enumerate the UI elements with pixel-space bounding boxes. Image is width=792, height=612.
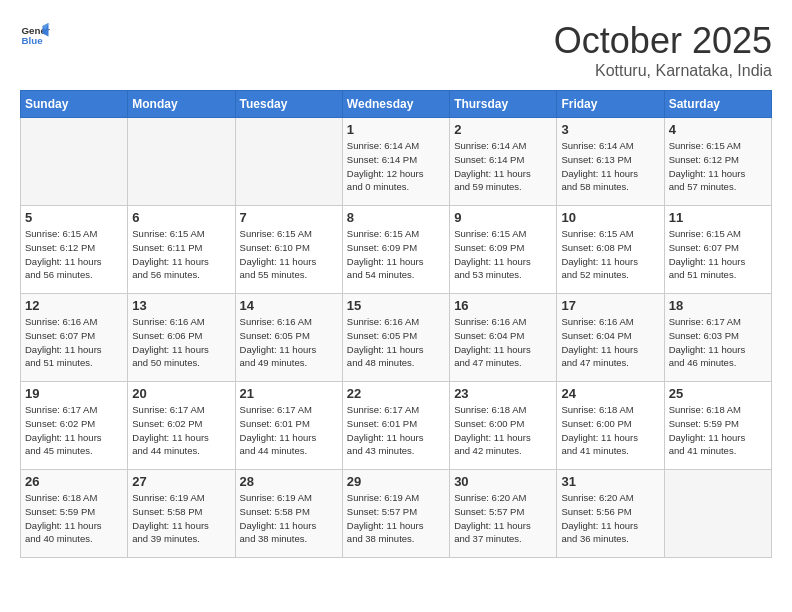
weekday-sunday: Sunday (21, 91, 128, 118)
day-info: Sunrise: 6:16 AM Sunset: 6:04 PM Dayligh… (561, 315, 659, 370)
day-number: 18 (669, 298, 767, 313)
day-number: 22 (347, 386, 445, 401)
day-number: 19 (25, 386, 123, 401)
day-info: Sunrise: 6:18 AM Sunset: 5:59 PM Dayligh… (669, 403, 767, 458)
day-info: Sunrise: 6:15 AM Sunset: 6:08 PM Dayligh… (561, 227, 659, 282)
week-row-4: 19Sunrise: 6:17 AM Sunset: 6:02 PM Dayli… (21, 382, 772, 470)
svg-text:Blue: Blue (22, 35, 44, 46)
calendar-cell: 24Sunrise: 6:18 AM Sunset: 6:00 PM Dayli… (557, 382, 664, 470)
day-number: 17 (561, 298, 659, 313)
calendar-cell: 13Sunrise: 6:16 AM Sunset: 6:06 PM Dayli… (128, 294, 235, 382)
day-info: Sunrise: 6:17 AM Sunset: 6:03 PM Dayligh… (669, 315, 767, 370)
calendar-cell: 17Sunrise: 6:16 AM Sunset: 6:04 PM Dayli… (557, 294, 664, 382)
day-number: 4 (669, 122, 767, 137)
calendar-cell: 23Sunrise: 6:18 AM Sunset: 6:00 PM Dayli… (450, 382, 557, 470)
calendar-cell: 11Sunrise: 6:15 AM Sunset: 6:07 PM Dayli… (664, 206, 771, 294)
calendar-cell: 15Sunrise: 6:16 AM Sunset: 6:05 PM Dayli… (342, 294, 449, 382)
day-number: 31 (561, 474, 659, 489)
weekday-thursday: Thursday (450, 91, 557, 118)
day-info: Sunrise: 6:14 AM Sunset: 6:14 PM Dayligh… (347, 139, 445, 194)
day-number: 14 (240, 298, 338, 313)
day-number: 9 (454, 210, 552, 225)
calendar-cell: 31Sunrise: 6:20 AM Sunset: 5:56 PM Dayli… (557, 470, 664, 558)
calendar-cell: 19Sunrise: 6:17 AM Sunset: 6:02 PM Dayli… (21, 382, 128, 470)
calendar-cell: 28Sunrise: 6:19 AM Sunset: 5:58 PM Dayli… (235, 470, 342, 558)
day-info: Sunrise: 6:15 AM Sunset: 6:07 PM Dayligh… (669, 227, 767, 282)
day-info: Sunrise: 6:15 AM Sunset: 6:12 PM Dayligh… (669, 139, 767, 194)
weekday-saturday: Saturday (664, 91, 771, 118)
calendar-cell: 4Sunrise: 6:15 AM Sunset: 6:12 PM Daylig… (664, 118, 771, 206)
day-info: Sunrise: 6:19 AM Sunset: 5:57 PM Dayligh… (347, 491, 445, 546)
calendar-cell: 12Sunrise: 6:16 AM Sunset: 6:07 PM Dayli… (21, 294, 128, 382)
calendar-cell: 25Sunrise: 6:18 AM Sunset: 5:59 PM Dayli… (664, 382, 771, 470)
day-number: 11 (669, 210, 767, 225)
calendar-cell: 5Sunrise: 6:15 AM Sunset: 6:12 PM Daylig… (21, 206, 128, 294)
day-number: 8 (347, 210, 445, 225)
calendar-cell: 30Sunrise: 6:20 AM Sunset: 5:57 PM Dayli… (450, 470, 557, 558)
day-info: Sunrise: 6:16 AM Sunset: 6:06 PM Dayligh… (132, 315, 230, 370)
day-number: 26 (25, 474, 123, 489)
calendar-cell: 16Sunrise: 6:16 AM Sunset: 6:04 PM Dayli… (450, 294, 557, 382)
day-number: 29 (347, 474, 445, 489)
calendar-cell: 6Sunrise: 6:15 AM Sunset: 6:11 PM Daylig… (128, 206, 235, 294)
day-info: Sunrise: 6:20 AM Sunset: 5:57 PM Dayligh… (454, 491, 552, 546)
day-number: 6 (132, 210, 230, 225)
day-info: Sunrise: 6:17 AM Sunset: 6:02 PM Dayligh… (132, 403, 230, 458)
calendar-cell: 29Sunrise: 6:19 AM Sunset: 5:57 PM Dayli… (342, 470, 449, 558)
day-number: 21 (240, 386, 338, 401)
week-row-5: 26Sunrise: 6:18 AM Sunset: 5:59 PM Dayli… (21, 470, 772, 558)
week-row-2: 5Sunrise: 6:15 AM Sunset: 6:12 PM Daylig… (21, 206, 772, 294)
weekday-wednesday: Wednesday (342, 91, 449, 118)
day-info: Sunrise: 6:15 AM Sunset: 6:10 PM Dayligh… (240, 227, 338, 282)
week-row-1: 1Sunrise: 6:14 AM Sunset: 6:14 PM Daylig… (21, 118, 772, 206)
day-number: 12 (25, 298, 123, 313)
calendar-cell: 18Sunrise: 6:17 AM Sunset: 6:03 PM Dayli… (664, 294, 771, 382)
calendar-cell (664, 470, 771, 558)
weekday-friday: Friday (557, 91, 664, 118)
day-info: Sunrise: 6:15 AM Sunset: 6:11 PM Dayligh… (132, 227, 230, 282)
day-info: Sunrise: 6:20 AM Sunset: 5:56 PM Dayligh… (561, 491, 659, 546)
day-info: Sunrise: 6:18 AM Sunset: 5:59 PM Dayligh… (25, 491, 123, 546)
day-info: Sunrise: 6:16 AM Sunset: 6:05 PM Dayligh… (347, 315, 445, 370)
calendar-title: October 2025 (554, 20, 772, 62)
day-number: 28 (240, 474, 338, 489)
day-info: Sunrise: 6:19 AM Sunset: 5:58 PM Dayligh… (240, 491, 338, 546)
day-info: Sunrise: 6:15 AM Sunset: 6:09 PM Dayligh… (454, 227, 552, 282)
calendar-cell (235, 118, 342, 206)
calendar-cell: 22Sunrise: 6:17 AM Sunset: 6:01 PM Dayli… (342, 382, 449, 470)
page-header: General Blue October 2025 Kotturu, Karna… (20, 20, 772, 80)
day-number: 25 (669, 386, 767, 401)
day-number: 23 (454, 386, 552, 401)
weekday-tuesday: Tuesday (235, 91, 342, 118)
logo-icon: General Blue (20, 20, 50, 50)
calendar-cell: 26Sunrise: 6:18 AM Sunset: 5:59 PM Dayli… (21, 470, 128, 558)
day-info: Sunrise: 6:17 AM Sunset: 6:01 PM Dayligh… (347, 403, 445, 458)
day-number: 7 (240, 210, 338, 225)
day-number: 13 (132, 298, 230, 313)
day-info: Sunrise: 6:14 AM Sunset: 6:13 PM Dayligh… (561, 139, 659, 194)
day-info: Sunrise: 6:18 AM Sunset: 6:00 PM Dayligh… (561, 403, 659, 458)
calendar-table: SundayMondayTuesdayWednesdayThursdayFrid… (20, 90, 772, 558)
day-number: 10 (561, 210, 659, 225)
calendar-cell: 27Sunrise: 6:19 AM Sunset: 5:58 PM Dayli… (128, 470, 235, 558)
day-info: Sunrise: 6:17 AM Sunset: 6:01 PM Dayligh… (240, 403, 338, 458)
day-info: Sunrise: 6:14 AM Sunset: 6:14 PM Dayligh… (454, 139, 552, 194)
weekday-header-row: SundayMondayTuesdayWednesdayThursdayFrid… (21, 91, 772, 118)
day-info: Sunrise: 6:16 AM Sunset: 6:05 PM Dayligh… (240, 315, 338, 370)
day-number: 20 (132, 386, 230, 401)
title-block: October 2025 Kotturu, Karnataka, India (554, 20, 772, 80)
calendar-cell: 20Sunrise: 6:17 AM Sunset: 6:02 PM Dayli… (128, 382, 235, 470)
day-number: 2 (454, 122, 552, 137)
calendar-cell (21, 118, 128, 206)
calendar-subtitle: Kotturu, Karnataka, India (554, 62, 772, 80)
calendar-cell: 1Sunrise: 6:14 AM Sunset: 6:14 PM Daylig… (342, 118, 449, 206)
calendar-cell: 8Sunrise: 6:15 AM Sunset: 6:09 PM Daylig… (342, 206, 449, 294)
day-number: 24 (561, 386, 659, 401)
logo: General Blue (20, 20, 50, 50)
day-number: 1 (347, 122, 445, 137)
day-number: 5 (25, 210, 123, 225)
day-number: 3 (561, 122, 659, 137)
day-info: Sunrise: 6:16 AM Sunset: 6:07 PM Dayligh… (25, 315, 123, 370)
day-info: Sunrise: 6:18 AM Sunset: 6:00 PM Dayligh… (454, 403, 552, 458)
calendar-cell (128, 118, 235, 206)
